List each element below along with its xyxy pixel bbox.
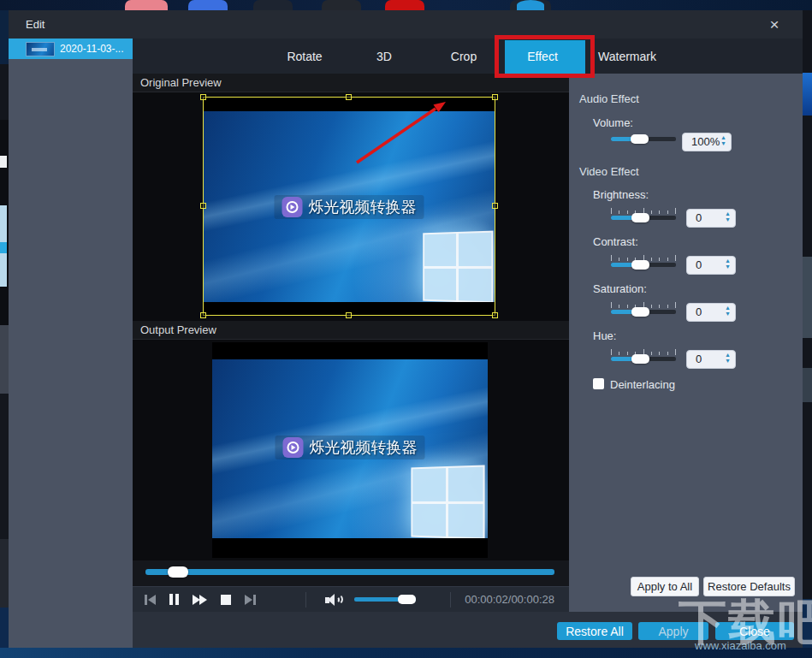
output-video-frame: 烁光视频转换器 [212, 342, 488, 558]
restore-all-button[interactable]: Restore All [557, 622, 632, 640]
divider [305, 592, 306, 608]
spin-up-icon[interactable]: ▲ [720, 134, 726, 140]
output-preview-area: 烁光视频转换器 [133, 340, 569, 560]
windows-logo [411, 465, 484, 538]
tab-bar: Rotate 3D Crop Effect Watermark [133, 39, 803, 74]
output-preview-label: Output Preview [133, 321, 569, 340]
background-app-icon [517, 0, 544, 10]
saturation-value-box[interactable]: 0 ▲▼ [686, 303, 736, 322]
next-frame-button[interactable] [238, 587, 263, 613]
saturation-value: 0 [696, 305, 702, 318]
spin-down-icon[interactable]: ▼ [725, 216, 731, 222]
saturation-label: Saturation: [593, 282, 647, 295]
brightness-value: 0 [696, 211, 702, 224]
close-icon[interactable]: × [762, 10, 787, 39]
spin-up-icon[interactable]: ▲ [725, 352, 731, 358]
video-watermark-text: 烁光视频转换器 [310, 437, 418, 458]
stop-icon [221, 595, 231, 605]
tab-crop[interactable]: Crop [439, 39, 489, 74]
player-volume-thumb[interactable] [398, 595, 416, 604]
background-app-icon [322, 0, 361, 10]
spin-down-icon[interactable]: ▼ [725, 358, 731, 364]
volume-value: 100% [691, 135, 720, 148]
divider [450, 592, 451, 608]
pause-button[interactable] [163, 587, 186, 613]
brightness-value-box[interactable]: 0 ▲▼ [686, 209, 736, 228]
preview-column: Original Preview 烁光视频转换器 [133, 74, 569, 612]
converter-app-icon [283, 437, 304, 458]
brightness-label: Brightness: [593, 188, 649, 201]
background-left-strip [0, 10, 9, 648]
stop-button[interactable] [214, 587, 238, 613]
contrast-slider-thumb[interactable] [631, 260, 649, 270]
mute-button[interactable] [318, 587, 347, 613]
video-watermark: 烁光视频转换器 [276, 436, 425, 459]
seek-thumb[interactable] [168, 566, 188, 578]
spin-up-icon[interactable]: ▲ [725, 210, 731, 216]
spin-down-icon[interactable]: ▼ [720, 140, 726, 146]
volume-value-box[interactable]: 100% ▲▼ [682, 133, 732, 151]
contrast-value-box[interactable]: 0 ▲▼ [686, 256, 736, 275]
skip-start-icon [148, 595, 156, 605]
file-name: 2020-11-03-... [60, 43, 124, 55]
tab-watermark[interactable]: Watermark [586, 39, 668, 74]
desktop-background-top [0, 0, 812, 10]
dialog-title: Edit [9, 18, 44, 31]
video-wallpaper: 烁光视频转换器 [212, 359, 488, 538]
file-list-sidebar: 2020-11-03-... [9, 39, 133, 648]
fast-forward-button[interactable] [186, 587, 214, 613]
screen: Edit × 2020-11-03-... Rotate 3D Crop Eff… [0, 0, 812, 658]
speaker-icon [325, 593, 341, 607]
spin-down-icon[interactable]: ▼ [725, 311, 731, 317]
player-volume-slider[interactable] [354, 597, 416, 602]
site-watermark-url: www.xiazaiba.com [695, 639, 786, 652]
playback-time: 00:00:02/00:00:28 [465, 587, 554, 613]
spin-up-icon[interactable]: ▲ [725, 305, 731, 311]
video-effect-title: Video Effect [579, 165, 639, 178]
spin-down-icon[interactable]: ▼ [725, 264, 731, 270]
background-app-icon [253, 0, 293, 10]
volume-label: Volume: [593, 116, 633, 129]
background-app-icon [188, 0, 228, 10]
contrast-value: 0 [696, 258, 702, 271]
hue-label: Hue: [593, 329, 616, 342]
pause-icon [169, 594, 173, 605]
saturation-slider-thumb[interactable] [631, 307, 649, 317]
seek-bar-row [133, 560, 569, 586]
tab-3d[interactable]: 3D [365, 39, 404, 74]
hue-value-box[interactable]: 0 ▲▼ [686, 350, 736, 369]
playback-controls: 00:00:02/00:00:28 [133, 586, 569, 612]
background-app-icon [125, 0, 168, 10]
file-list-item-selected[interactable]: 2020-11-03-... [9, 39, 133, 59]
hue-slider-thumb[interactable] [631, 354, 649, 364]
original-preview-area: 烁光视频转换器 [133, 92, 569, 321]
deinterlacing-checkbox[interactable] [593, 378, 604, 389]
annotation-red-box [495, 35, 595, 78]
video-thumbnail [26, 42, 55, 56]
effects-panel: Audio Effect Volume: 100% ▲▼ Video Effec… [569, 74, 803, 612]
spin-up-icon[interactable]: ▲ [725, 258, 731, 264]
tab-rotate[interactable]: Rotate [275, 39, 334, 74]
audio-effect-title: Audio Effect [579, 92, 639, 105]
dialog-header: Edit × [9, 10, 803, 39]
brightness-slider-thumb[interactable] [631, 213, 649, 222]
contrast-label: Contrast: [593, 235, 638, 248]
deinterlacing-label: Deinterlacing [610, 378, 675, 391]
annotation-arrow [133, 92, 569, 321]
skip-end-icon [245, 595, 252, 605]
hue-value: 0 [696, 353, 702, 365]
previous-frame-button[interactable] [138, 587, 163, 613]
volume-slider-thumb[interactable] [631, 134, 649, 144]
background-app-icon [385, 0, 424, 10]
seek-bar[interactable] [145, 569, 554, 575]
background-right-strip [803, 10, 812, 648]
